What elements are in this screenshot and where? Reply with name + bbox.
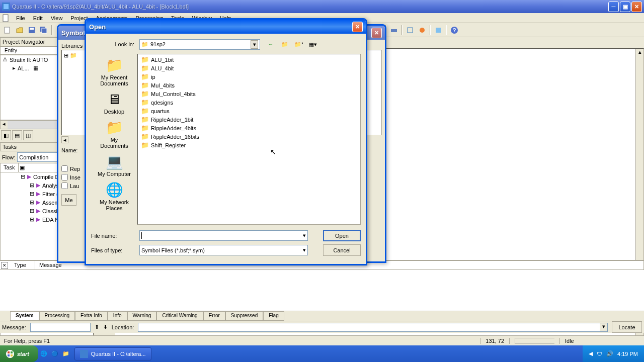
tab-suppressed[interactable]: Suppressed <box>225 311 263 321</box>
tool-btn-14[interactable] <box>433 25 444 36</box>
cb-insert[interactable] <box>61 174 68 180</box>
folder-icon: 📁 <box>141 73 149 80</box>
tool-btn-11[interactable] <box>388 25 399 36</box>
file-item[interactable]: 📁ALU_4bit <box>139 64 359 72</box>
tab-critical[interactable]: Critical Warning <box>156 311 203 321</box>
status-idle: Idle <box>559 338 600 344</box>
tool-btn-13[interactable] <box>417 25 428 36</box>
file-item[interactable]: 📁quartus <box>139 107 359 115</box>
file-item[interactable]: 📁qdesigns <box>139 98 359 107</box>
tab-error[interactable]: Error <box>203 311 225 321</box>
nav-up-icon[interactable]: ⬆ <box>95 324 99 330</box>
svg-rect-19 <box>408 28 413 33</box>
nav-down-icon[interactable]: ⬇ <box>103 324 108 330</box>
ql-explorer[interactable]: 📁 <box>61 349 70 358</box>
help-button[interactable]: ? <box>449 25 460 36</box>
tree-nav-left[interactable]: ◂ <box>61 136 68 143</box>
hierarchy-tab[interactable]: ◧ <box>1 130 11 140</box>
minimize-button[interactable]: ─ <box>608 2 619 12</box>
tab-system[interactable]: System <box>10 311 39 321</box>
status-coords: 131, 72 <box>480 338 509 344</box>
place-computer[interactable]: 💻My Computer <box>94 149 134 180</box>
maximize-button[interactable]: ▣ <box>620 2 630 12</box>
menu-view[interactable]: View <box>47 14 67 22</box>
menu-edit[interactable]: Edit <box>29 14 47 22</box>
locate-button[interactable]: Locate <box>612 321 642 333</box>
main-titlebar: Quartus II - C:/altera/91sp2/ALU_4bit/AL… <box>0 0 644 13</box>
taskbar: start 🌐 🔵 📁 Quartus II - C:/altera... ◀ … <box>0 345 644 362</box>
tray-time: 4:19 PM <box>617 351 638 357</box>
task-col-icon: ▣ <box>19 163 27 172</box>
new-button[interactable] <box>2 25 13 36</box>
filename-value <box>141 232 142 239</box>
start-button[interactable]: start <box>0 345 38 362</box>
messages-body[interactable] <box>0 270 644 311</box>
filename-label: File name: <box>91 233 139 239</box>
save-all-button[interactable] <box>38 25 49 36</box>
open-dialog-close-button[interactable]: ✕ <box>352 22 363 32</box>
filetype-combo[interactable]: Symbol Files (*.bsf;*.sym) ▾ <box>139 245 308 255</box>
look-in-combo[interactable]: 📁 91sp2 ▾ <box>139 39 260 50</box>
svg-point-25 <box>6 350 14 358</box>
menu-file[interactable]: File <box>12 14 29 22</box>
window-title: Quartus II - C:/altera/91sp2/ALU_4bit/AL… <box>12 4 608 10</box>
file-item[interactable]: 📁ALU_1bit <box>139 55 359 64</box>
messages-close-button[interactable]: ✕ <box>1 262 8 269</box>
svg-rect-28 <box>8 354 10 356</box>
new-folder-button[interactable]: 📁* <box>293 39 304 50</box>
tray-icon[interactable]: 🛡 <box>597 351 602 357</box>
place-documents[interactable]: 📁My Documents <box>94 118 134 149</box>
taskbar-quartus[interactable]: Quartus II - C:/altera... <box>74 347 151 360</box>
close-button[interactable]: ✕ <box>631 2 642 12</box>
up-button[interactable]: 📁 <box>279 39 290 50</box>
cb-launch[interactable] <box>61 183 68 189</box>
place-desktop[interactable]: 🖥Desktop <box>94 87 134 118</box>
system-tray: ◀ 🛡 🔊 4:19 PM <box>583 345 644 362</box>
svg-rect-24 <box>515 338 554 344</box>
tray-icon[interactable]: ◀ <box>589 350 593 357</box>
tab-flag[interactable]: Flag <box>263 311 284 321</box>
file-item[interactable]: 📁ip <box>139 72 359 81</box>
save-button[interactable] <box>26 25 37 36</box>
open-button[interactable]: Open <box>323 230 361 241</box>
tray-icon[interactable]: 🔊 <box>606 350 613 357</box>
file-item[interactable]: 📁Mul_4bits <box>139 81 359 89</box>
file-item[interactable]: 📁RippleAdder_16bits <box>139 132 359 141</box>
scroll-left-button[interactable]: ◂ <box>1 121 8 129</box>
folder-icon: 📁 <box>141 141 149 149</box>
tab-entity[interactable]: Entity <box>0 46 64 55</box>
file-item[interactable]: 📁RippleAdder_1bit <box>139 115 359 124</box>
open-button[interactable] <box>14 25 25 36</box>
design-tab[interactable]: ◫ <box>23 130 33 140</box>
symbol-close-button[interactable]: ✕ <box>371 28 382 38</box>
cancel-button[interactable]: Cancel <box>323 244 361 256</box>
place-recent[interactable]: 📁My Recent Documents <box>94 56 134 87</box>
file-item[interactable]: 📁RippleAdder_4bits <box>139 124 359 132</box>
ql-browser1[interactable]: 🌐 <box>39 349 48 358</box>
look-in-label: Look in: <box>91 41 139 47</box>
tab-warning[interactable]: Warning <box>127 311 157 321</box>
folder-icon: 📁 <box>141 56 149 63</box>
chevron-down-icon: ▾ <box>600 323 607 331</box>
mega-button[interactable]: Me <box>61 194 76 206</box>
message-input[interactable] <box>30 323 91 332</box>
filename-input[interactable]: ▾ <box>139 230 308 241</box>
doc-icon <box>2 14 10 22</box>
back-button[interactable]: ← <box>265 39 276 50</box>
tab-processing[interactable]: Processing <box>39 311 75 321</box>
messages-panel: ✕ Type Message System Processing Extra I… <box>0 260 644 333</box>
tool-btn-12[interactable] <box>405 25 416 36</box>
file-item[interactable]: 📁Shift_Register <box>139 141 359 149</box>
flow-label: Flow: <box>2 154 15 160</box>
place-network[interactable]: 🌐My Network Places <box>94 180 134 212</box>
ql-browser2[interactable]: 🔵 <box>50 349 59 358</box>
file-list[interactable]: 📁ALU_1bit 📁ALU_4bit 📁ip 📁Mul_4bits 📁Mul_… <box>137 54 361 225</box>
file-item[interactable]: 📁Mul_Control_4bits <box>139 89 359 98</box>
tab-extrainfo[interactable]: Extra Info <box>75 311 108 321</box>
folder-icon: 📁 <box>141 99 149 106</box>
view-menu-button[interactable]: ▦▾ <box>307 39 318 50</box>
files-tab[interactable]: ▤ <box>12 130 22 140</box>
places-bar: 📁My Recent Documents 🖥Desktop 📁My Docume… <box>91 54 137 225</box>
cb-repeat[interactable] <box>61 165 68 172</box>
tab-info[interactable]: Info <box>108 311 127 321</box>
